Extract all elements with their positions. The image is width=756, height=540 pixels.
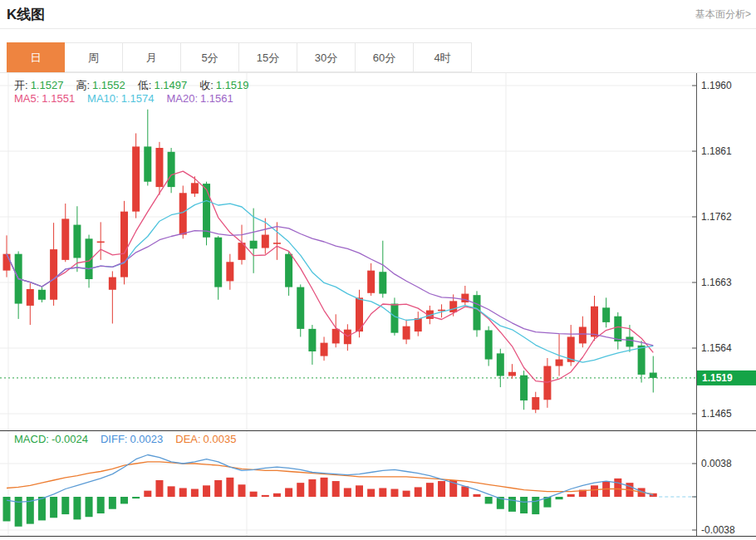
ma-row: MA5:1.1551MA10:1.1574MA20:1.1561	[14, 92, 249, 106]
tab-bar: 日周月5分15分30分60分4时	[0, 42, 756, 73]
ohlc-info-bar: 开:1.1527高:1.1552低:1.1497收:1.1519 MA5:1.1…	[14, 79, 249, 106]
info-pair: 开:1.1527	[14, 79, 63, 92]
info-pair: 收:1.1519	[199, 79, 248, 92]
y-axis-tick-label: 1.1762	[701, 211, 732, 223]
ma20-line	[7, 227, 653, 346]
gridlines	[0, 73, 696, 536]
tab-bar-inner: 日周月5分15分30分60分4时	[7, 42, 756, 72]
tab-timeframe-3[interactable]: 月	[123, 42, 181, 72]
tab-timeframe-7[interactable]: 60分	[356, 42, 414, 72]
info-pair: 高:1.1552	[76, 79, 125, 92]
fundamental-analysis-link[interactable]: 基本面分析>	[695, 7, 751, 22]
y-axis-tick-label: 1.1663	[701, 277, 732, 288]
macd-row: MACD:-0.0024DIFF:0.0023DEA:0.0035	[14, 433, 236, 446]
y-axis-tick-label: 0.0038	[701, 458, 732, 469]
info-pair: MA10:1.1574	[87, 92, 154, 106]
price-axis: 1.19601.18611.17621.16631.15641.14650.00…	[692, 73, 735, 536]
page-title: K线图	[7, 5, 45, 24]
info-pair: MACD:-0.0024	[14, 433, 88, 446]
kline-page: 1.19601.18611.17621.16631.15641.14650.00…	[0, 0, 756, 540]
macd-histogram	[3, 478, 657, 527]
dea-line	[7, 462, 653, 494]
y-axis-tick-label: 1.1861	[701, 145, 732, 157]
macd-info-bar: MACD:-0.0024DIFF:0.0023DEA:0.0035	[14, 433, 236, 446]
ohlc-row: 开:1.1527高:1.1552低:1.1497收:1.1519	[14, 79, 249, 92]
info-pair: DIFF:0.0023	[101, 433, 163, 446]
tab-timeframe-4[interactable]: 5分	[181, 42, 239, 72]
page-header: K线图 基本面分析>	[0, 0, 756, 29]
tab-timeframe-8[interactable]: 4时	[414, 42, 472, 72]
tab-timeframe-5[interactable]: 15分	[239, 42, 297, 72]
tab-timeframe-1[interactable]: 日	[7, 42, 65, 72]
info-pair: 低:1.1497	[138, 79, 187, 92]
y-axis-tick-label: 1.1564	[701, 342, 732, 354]
candlestick-series	[3, 110, 657, 413]
diff-line	[7, 455, 653, 503]
info-pair: DEA:0.0035	[175, 433, 236, 446]
panel-frame	[0, 431, 756, 537]
svg-text:1.1519: 1.1519	[702, 372, 733, 384]
y-axis-tick-label: 1.1960	[701, 80, 732, 91]
current-price-tag: 1.1519	[697, 371, 756, 385]
tab-timeframe-2[interactable]: 周	[65, 42, 123, 72]
info-pair: MA20:1.1561	[166, 92, 233, 106]
tab-timeframe-6[interactable]: 30分	[297, 42, 356, 72]
ma10-line	[7, 201, 653, 363]
y-axis-tick-label: -0.0038	[701, 524, 735, 536]
ma5-line	[7, 171, 653, 382]
y-axis-tick-label: 1.1465	[701, 408, 732, 420]
info-pair: MA5:1.1551	[14, 92, 75, 106]
